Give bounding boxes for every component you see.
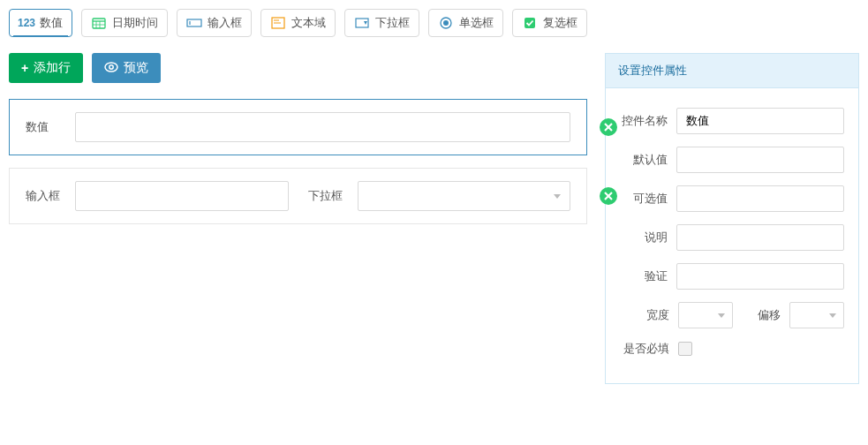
checkbox-icon <box>522 17 538 29</box>
field-label: 下拉框 <box>308 188 347 204</box>
field-input-text[interactable] <box>75 181 289 211</box>
preview-button[interactable]: 预览 <box>92 53 161 83</box>
widget-type-textarea[interactable]: 文本域 <box>260 9 336 37</box>
preview-label: 预览 <box>124 60 148 76</box>
svg-point-16 <box>109 65 113 69</box>
svg-point-15 <box>105 63 117 72</box>
delete-row-button[interactable] <box>599 186 618 206</box>
widget-type-select[interactable]: 下拉框 <box>344 9 419 37</box>
widget-type-label: 输入框 <box>208 15 242 31</box>
properties-panel-title: 设置控件属性 <box>606 54 858 88</box>
select-icon <box>354 17 370 29</box>
prop-input-options[interactable] <box>676 185 844 212</box>
svg-rect-14 <box>525 18 535 28</box>
prop-input-default[interactable] <box>676 147 844 173</box>
prop-select-offset[interactable] <box>789 302 844 328</box>
field-label: 数值 <box>26 119 64 135</box>
prop-input-desc[interactable] <box>676 224 844 251</box>
add-row-label: 添加行 <box>34 60 71 76</box>
delete-row-button[interactable] <box>599 117 618 137</box>
number-icon: 123 <box>19 17 34 29</box>
widget-type-label: 复选框 <box>543 15 577 31</box>
prop-label-desc: 说明 <box>620 230 668 245</box>
prop-label-options: 可选值 <box>620 191 668 207</box>
widget-type-number[interactable]: 123 数值 <box>9 9 72 37</box>
widget-type-toolbar: 123 数值 日期时间 输入框 文本域 下拉框 单选框 复选框 <box>9 9 859 37</box>
form-field: 输入框 <box>26 181 289 211</box>
chevron-down-icon <box>554 194 561 199</box>
prop-label-default: 默认值 <box>620 152 668 168</box>
prop-label-offset: 偏移 <box>758 307 781 323</box>
widget-type-radio[interactable]: 单选框 <box>428 9 503 37</box>
textarea-icon <box>270 17 286 29</box>
svg-rect-5 <box>187 19 201 26</box>
widget-type-label: 单选框 <box>459 15 494 31</box>
plus-icon: + <box>21 61 28 75</box>
input-icon <box>186 17 202 29</box>
svg-marker-11 <box>364 21 367 25</box>
chevron-down-icon <box>829 313 836 318</box>
form-field: 数值 <box>26 112 570 142</box>
prop-label-required: 是否必填 <box>620 341 669 357</box>
action-bar: + 添加行 预览 <box>9 53 587 83</box>
prop-label-validate: 验证 <box>620 268 668 284</box>
prop-input-name[interactable] <box>676 108 844 134</box>
form-builder-canvas: + 添加行 预览 数值 输入框 <box>9 53 587 384</box>
prop-select-width[interactable] <box>678 302 733 328</box>
prop-input-validate[interactable] <box>676 263 844 290</box>
radio-icon <box>438 17 454 29</box>
prop-checkbox-required[interactable] <box>678 342 692 356</box>
widget-type-checkbox[interactable]: 复选框 <box>512 9 587 37</box>
widget-type-input[interactable]: 输入框 <box>177 9 252 37</box>
prop-label-width: 宽度 <box>620 307 669 323</box>
svg-point-13 <box>443 20 449 26</box>
widget-type-label: 数值 <box>40 15 63 31</box>
svg-rect-0 <box>93 19 105 28</box>
form-row[interactable]: 输入框 下拉框 <box>9 168 587 224</box>
widget-type-label: 文本域 <box>291 15 326 31</box>
widget-type-label: 日期时间 <box>112 15 158 31</box>
calendar-icon <box>91 17 107 29</box>
properties-panel: 设置控件属性 控件名称 默认值 可选值 说明 <box>605 53 859 384</box>
add-row-button[interactable]: + 添加行 <box>9 53 83 83</box>
eye-icon <box>104 61 118 75</box>
form-row[interactable]: 数值 <box>9 99 587 155</box>
field-label: 输入框 <box>26 188 64 204</box>
field-input-number[interactable] <box>75 112 570 142</box>
prop-label-name: 控件名称 <box>620 113 668 129</box>
form-field: 下拉框 <box>308 181 571 211</box>
chevron-down-icon <box>718 313 725 318</box>
widget-type-label: 下拉框 <box>375 15 410 31</box>
field-select[interactable] <box>358 181 571 211</box>
widget-type-datetime[interactable]: 日期时间 <box>81 9 168 37</box>
